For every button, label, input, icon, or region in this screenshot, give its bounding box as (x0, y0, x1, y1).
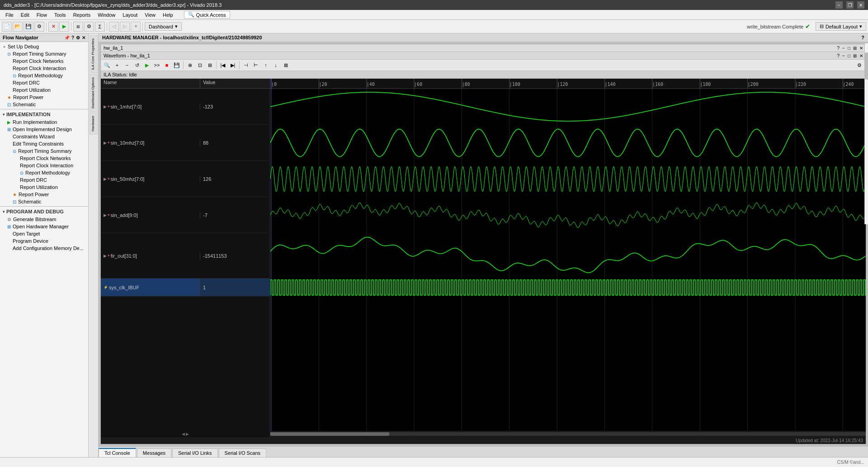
hw-ila-help-icon[interactable]: ? (837, 46, 840, 51)
flow-nav-help-icon[interactable]: ? (71, 35, 74, 40)
open-target-item[interactable]: Open Target (0, 230, 88, 237)
tab-serial-io-links[interactable]: Serial I/O Links (172, 448, 218, 457)
hardware-tab[interactable]: Hardware (90, 113, 98, 135)
tab-serial-io-scans[interactable]: Serial I/O Scans (219, 448, 266, 457)
wf-zoom-full-btn[interactable]: ⊕ (185, 61, 194, 70)
menu-edit[interactable]: Edit (17, 11, 33, 19)
impl-method-item[interactable]: ⊙ Report Methodology (0, 169, 88, 176)
wf-zoom-in-btn[interactable]: + (113, 61, 122, 70)
open-hw-mgr-item[interactable]: ⊞ Open Hardware Manager (0, 223, 88, 230)
minimize-button[interactable]: − (835, 1, 843, 9)
menu-reports[interactable]: Reports (70, 11, 94, 19)
open-impl-item[interactable]: ⊞ Open Implemented Design (0, 126, 88, 133)
signal-row-50mhz[interactable]: ▶ ♥ sin_50mhz[7:0] 126 (101, 161, 270, 197)
hw-ila-max-icon[interactable]: □ (848, 46, 850, 51)
signal-row-10mhz[interactable]: ▶ ♥ sin_10mhz[7:0] 88 (101, 125, 270, 161)
menu-flow[interactable]: Flow (33, 11, 51, 19)
wf-zoom-fit-btn[interactable]: ⊡ (195, 61, 204, 70)
tb-gear-btn[interactable]: ⚙ (84, 22, 94, 32)
new-button[interactable]: 📄 (2, 22, 12, 32)
syn-timing-summary-item[interactable]: ⊙ Report Timing Summary (0, 50, 88, 57)
hw-ila-float-icon[interactable]: ⊞ (853, 46, 857, 51)
wf-marker-a[interactable]: ↑ (261, 61, 270, 70)
waveform-canvas[interactable] (270, 79, 866, 431)
scroll-right-icon[interactable]: ▶ (186, 432, 189, 436)
wf-go-start-btn[interactable]: |◀ (218, 61, 227, 70)
hw-ila-close-icon[interactable]: ✕ (859, 46, 863, 51)
wf-zoom-region-btn[interactable]: ⊞ (205, 61, 214, 70)
tb-btn-11[interactable]: ✦ (131, 22, 141, 32)
ila-core-props-tab[interactable]: ILA Core Properties (90, 35, 98, 73)
wf-settings-btn[interactable]: ⚙ (855, 61, 864, 70)
menu-view[interactable]: View (141, 11, 159, 19)
gen-bitstream-item[interactable]: ⚙ Generate Bitstream (0, 216, 88, 223)
wf-search-btn[interactable]: 🔍 (103, 61, 112, 70)
signal-row-sysclk[interactable]: ⚡ sys_clk_IBUF 1 (101, 278, 270, 297)
save-button[interactable]: 💾 (24, 22, 33, 32)
tab-tcl-console[interactable]: Tcl Console (99, 448, 136, 457)
impl-timing-item[interactable]: ⊙ Report Timing Summary (0, 147, 88, 155)
setup-debug-item[interactable]: ▸ Set Up Debug (0, 43, 88, 50)
impl-drc-item[interactable]: Report DRC (0, 176, 88, 184)
dashboard-options-tab[interactable]: Dashboard Options (90, 74, 98, 112)
menu-help[interactable]: Help (159, 11, 177, 19)
add-config-item[interactable]: Add Configuration Memory De... (0, 245, 88, 252)
menu-tools[interactable]: Tools (51, 11, 70, 19)
syn-utilization-item[interactable]: Report Utilization (0, 86, 88, 94)
menu-layout[interactable]: Layout (119, 11, 141, 19)
syn-schematic-item[interactable]: ⊡ Schematic (0, 101, 88, 108)
syn-methodology-item[interactable]: ⊙ Report Methodology (0, 72, 88, 79)
wf-help-icon[interactable]: ? (837, 53, 840, 58)
wf-go-end-btn[interactable]: ▶| (228, 61, 237, 70)
wf-close-icon[interactable]: ✕ (859, 53, 863, 58)
signal-row-fir[interactable]: ▶ ♥ fir_out[31:0] -15411153 (101, 233, 270, 278)
edit-timing-item[interactable]: Edit Timing Constraints (0, 140, 88, 147)
impl-header[interactable]: ▾ IMPLEMENTATION (0, 110, 88, 118)
wf-stop-btn[interactable]: ■ (162, 61, 171, 70)
tb-btn-9[interactable]: ◁ (109, 22, 119, 32)
tab-messages[interactable]: Messages (137, 448, 171, 457)
impl-schematic-item[interactable]: ⊡ Schematic (0, 198, 88, 205)
wf-hscroll-area[interactable] (270, 431, 866, 437)
prog-header[interactable]: ▾ PROGRAM AND DEBUG (0, 208, 88, 216)
wf-save-btn[interactable]: 💾 (172, 61, 181, 70)
prog-device-item[interactable]: Program Device (0, 237, 88, 245)
constraints-wizard-item[interactable]: Constraints Wizard (0, 133, 88, 140)
dashboard-button[interactable]: Dashboard ▾ (145, 22, 182, 31)
syn-clock-networks-item[interactable]: Report Clock Networks (0, 57, 88, 65)
syn-clock-interaction-item[interactable]: Report Clock Interaction (0, 65, 88, 72)
scroll-left-icon[interactable]: ◀ (182, 432, 185, 436)
tb-delete-btn[interactable]: ✕ (48, 22, 58, 32)
wf-zoom-out-btn[interactable]: − (123, 61, 132, 70)
tb-sigma-btn[interactable]: Σ (95, 22, 105, 32)
layout-button[interactable]: ⊟ Default Layout ▾ (816, 22, 866, 31)
wf-trigger-btn[interactable]: ⊣ (241, 61, 250, 70)
quick-access-button[interactable]: 🔍 Quick Access (184, 11, 230, 19)
syn-power-item[interactable]: ★ Report Power (0, 94, 88, 101)
wf-play-btn[interactable]: ▶ (142, 61, 151, 70)
flow-nav-settings-icon[interactable]: ⚙ (76, 35, 80, 40)
run-impl-item[interactable]: ▶ Run Implementation (0, 118, 88, 126)
signal-row-add[interactable]: ▶ ♥ sin_add[9:0] -7 (101, 197, 270, 233)
flow-nav-close-icon[interactable]: ✕ (82, 35, 85, 40)
syn-drc-item[interactable]: Report DRC (0, 79, 88, 86)
hw-ila-min-icon[interactable]: − (842, 46, 845, 51)
menu-window[interactable]: Window (94, 11, 119, 19)
flow-nav-pin-icon[interactable]: 📌 (64, 35, 70, 40)
tb-run-btn[interactable]: ▶ (59, 22, 69, 32)
wf-min-icon[interactable]: − (842, 53, 845, 58)
impl-clk-int-item[interactable]: Report Clock Interaction (0, 162, 88, 169)
wf-refresh-btn[interactable]: ↺ (132, 61, 142, 70)
wf-time-btn[interactable]: ⊠ (281, 61, 290, 70)
wf-marker-b[interactable]: ↓ (271, 61, 280, 70)
close-button[interactable]: ✕ (857, 1, 864, 9)
open-button[interactable]: 📂 (13, 22, 23, 32)
impl-clk-net-item[interactable]: Report Clock Networks (0, 155, 88, 162)
menu-file[interactable]: File (2, 11, 17, 19)
signal-row-1mhz[interactable]: ▶ ♥ sin_1mhz[7:0] -123 (101, 89, 270, 125)
restore-button[interactable]: ❐ (846, 1, 854, 9)
tb-btn-10[interactable]: ▷ (120, 22, 130, 32)
wf-max-icon[interactable]: □ (848, 53, 850, 58)
hw-manager-help-icon[interactable]: ? (861, 35, 864, 40)
impl-util-item[interactable]: Report Utilization (0, 184, 88, 191)
